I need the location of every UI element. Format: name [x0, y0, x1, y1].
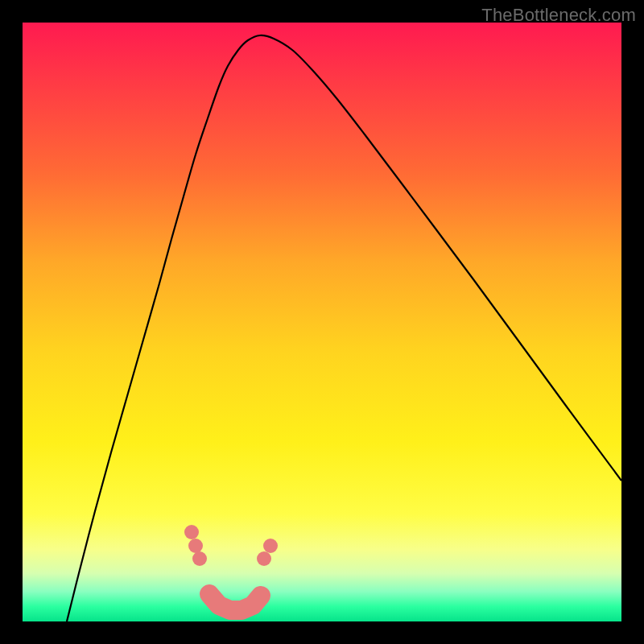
watermark-text: TheBottleneck.com: [481, 5, 636, 26]
curve-dot: [192, 551, 207, 566]
curve-dot: [257, 551, 271, 566]
curve-dot: [184, 525, 199, 539]
curve-markers: [184, 525, 278, 610]
curve-worm: [209, 594, 261, 610]
curve-path: [67, 35, 621, 621]
bottleneck-curve: [23, 23, 621, 621]
plot-area: [23, 23, 621, 621]
curve-dot: [188, 539, 203, 553]
curve-dot: [263, 539, 278, 553]
